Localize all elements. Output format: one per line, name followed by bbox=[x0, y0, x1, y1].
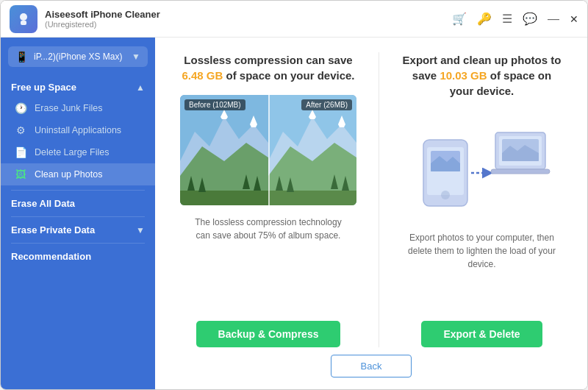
export-panel: Export and clean up photos to save 10.03… bbox=[394, 52, 570, 347]
svg-rect-17 bbox=[268, 191, 356, 205]
image-before bbox=[180, 95, 268, 205]
menu-icon[interactable]: ☰ bbox=[502, 12, 512, 26]
erase-private-chevron-icon: ▼ bbox=[136, 225, 145, 235]
freeup-section-header[interactable]: Free up Space ▲ bbox=[1, 76, 155, 97]
image-after bbox=[268, 95, 356, 205]
sidebar-item-delete-large-label: Delete Large Files bbox=[35, 147, 109, 157]
clock-icon: 🕐 bbox=[14, 102, 27, 114]
svg-rect-1 bbox=[21, 21, 26, 25]
export-illustration bbox=[409, 110, 556, 221]
sidebar-item-uninstall-label: Uninstall Applications bbox=[35, 125, 121, 135]
content-area: Lossless compression can save 6.48 GB of… bbox=[155, 38, 587, 389]
file-icon: 📄 bbox=[14, 146, 27, 158]
compress-description: The lossless compression technology can … bbox=[187, 216, 349, 242]
bottom-row: Back bbox=[173, 347, 570, 377]
sidebar-item-erase-all[interactable]: Erase All Data bbox=[1, 191, 155, 216]
compress-panel: Lossless compression can save 6.48 GB of… bbox=[173, 52, 364, 347]
back-button[interactable]: Back bbox=[331, 355, 412, 377]
image-icon: 🖼 bbox=[14, 169, 27, 180]
titlebar-actions: 🛒 🔑 ☰ 💬 — ✕ bbox=[452, 12, 578, 26]
close-icon[interactable]: ✕ bbox=[570, 13, 578, 25]
freeup-section-title: Free up Space bbox=[11, 82, 76, 93]
backup-compress-button[interactable]: Backup & Compress bbox=[196, 321, 341, 347]
export-description: Export photos to your computer, then del… bbox=[401, 231, 562, 271]
device-chevron-icon: ▼ bbox=[132, 52, 140, 62]
chat-icon[interactable]: 💬 bbox=[523, 12, 537, 26]
sidebar-item-erase-junk-label: Erase Junk Files bbox=[35, 103, 102, 113]
sidebar-item-recommendation[interactable]: Recommendation bbox=[1, 244, 155, 269]
export-delete-button[interactable]: Export & Delete bbox=[421, 321, 542, 347]
phone-icon: 📱 bbox=[15, 51, 28, 63]
before-label: Before (102MB) bbox=[184, 99, 245, 110]
main-window: Aiseesoft iPhone Cleaner (Unregistered) … bbox=[0, 0, 588, 390]
minimize-icon[interactable]: — bbox=[548, 13, 559, 26]
device-name: iP...2)(iPhone XS Max) bbox=[34, 52, 126, 62]
app-logo bbox=[10, 5, 37, 33]
svg-point-0 bbox=[20, 13, 27, 21]
main-layout: 📱 iP...2)(iPhone XS Max) ▼ Free up Space… bbox=[1, 38, 587, 389]
sidebar-item-erase-private[interactable]: Erase Private Data ▼ bbox=[1, 217, 155, 243]
app-subtitle: (Unregistered) bbox=[45, 20, 452, 29]
svg-point-31 bbox=[441, 191, 450, 199]
settings-icon: ⚙ bbox=[14, 124, 27, 136]
sidebar-item-uninstall[interactable]: ⚙ Uninstall Applications bbox=[1, 119, 155, 141]
freeup-chevron-icon: ▲ bbox=[136, 82, 145, 93]
app-title-group: Aiseesoft iPhone Cleaner (Unregistered) bbox=[45, 9, 452, 29]
sidebar-item-delete-large[interactable]: 📄 Delete Large Files bbox=[1, 141, 155, 163]
image-comparison: Before (102MB) After (26MB) bbox=[180, 95, 356, 205]
device-selector[interactable]: 📱 iP...2)(iPhone XS Max) ▼ bbox=[8, 46, 148, 67]
key-icon[interactable]: 🔑 bbox=[477, 12, 492, 26]
after-label: After (26MB) bbox=[301, 99, 352, 110]
content-panels: Lossless compression can save 6.48 GB of… bbox=[173, 52, 570, 347]
svg-rect-7 bbox=[180, 191, 268, 205]
svg-rect-30 bbox=[491, 169, 550, 174]
compress-panel-title: Lossless compression can save 6.48 GB of… bbox=[180, 52, 356, 83]
comparison-divider bbox=[268, 95, 270, 205]
sidebar-item-clean-photos[interactable]: 🖼 Clean up Photos bbox=[1, 163, 155, 185]
sidebar-item-erase-junk[interactable]: 🕐 Erase Junk Files bbox=[1, 97, 155, 119]
panel-divider bbox=[379, 52, 379, 347]
cart-icon[interactable]: 🛒 bbox=[452, 12, 467, 26]
titlebar: Aiseesoft iPhone Cleaner (Unregistered) … bbox=[1, 1, 587, 38]
sidebar-item-clean-photos-label: Clean up Photos bbox=[35, 169, 102, 180]
app-name: Aiseesoft iPhone Cleaner bbox=[45, 9, 452, 21]
sidebar: 📱 iP...2)(iPhone XS Max) ▼ Free up Space… bbox=[1, 38, 155, 389]
sidebar-section-freeup: Free up Space ▲ 🕐 Erase Junk Files ⚙ Uni… bbox=[1, 76, 155, 190]
export-panel-title: Export and clean up photos to save 10.03… bbox=[401, 52, 562, 99]
